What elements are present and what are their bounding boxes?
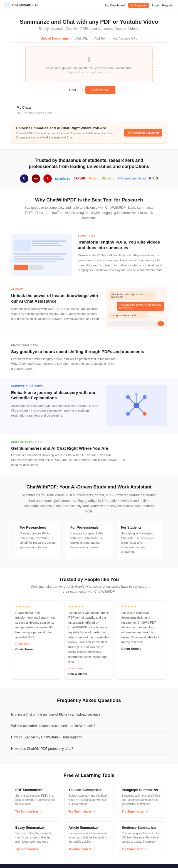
author-2: Eva Williams	[68, 672, 110, 676]
logo[interactable]: 📄 ChatWithPDF AI	[4, 2, 38, 8]
read-more-2[interactable]: Read more...	[68, 666, 110, 670]
testimonials-section: Trusted by People like You Don't just ta…	[0, 568, 178, 689]
tool-paragraph-summarizer: Paragraph Summarizer Struggling with lon…	[118, 784, 167, 817]
user-type-students: For Students Struggling with studying, C…	[116, 521, 163, 559]
students-title: For Students	[121, 526, 158, 529]
tool-1-title: PDF Summarizer	[15, 788, 56, 792]
tool-youtube-summarizer: Youtube Summarizer Quickly summary any Y…	[64, 784, 113, 817]
svg-point-6	[126, 395, 130, 399]
testimonials-subtitle: Don't just take our word for it. Here's …	[28, 584, 150, 594]
testimonial-cards: ★★★★★ ChatWithPDF has transformed how I …	[11, 600, 167, 680]
tool-5-title: Article Summarizer	[68, 826, 109, 830]
tab-add-url[interactable]: Add URL	[72, 35, 91, 42]
feature-summarize-tag: SUMMARIES	[78, 234, 167, 237]
tools-grid: PDF Summarizer Summarize complex PDFs in…	[11, 784, 167, 855]
faq-question-1: Is there a limit on the number of PDFs I…	[11, 713, 100, 716]
hero-title: Summarize and Chat with any PDF or Youtu…	[11, 19, 167, 25]
stars-3: ★★★★★	[121, 604, 163, 608]
trust-logos: U MIT R salesforce DENVER Flipkart Globa…	[11, 175, 167, 183]
tool-4-try[interactable]: Try Summarizer →	[15, 847, 42, 851]
tools-title: Free AI Learning Tools	[11, 773, 167, 778]
feature-chat-image: What is the main topic of this document?…	[106, 288, 167, 329]
feature-summarize-title: Transform lengthy PDFs, YouTube videos a…	[78, 239, 167, 250]
faq-chevron-3: ▷	[165, 736, 167, 739]
download-extension-button[interactable]: 🔽 Download Extension	[124, 129, 162, 136]
feature-summarize-image	[11, 234, 72, 276]
faq-item-1[interactable]: Is there a limit on the number of PDFs I…	[11, 709, 167, 720]
faq-chevron-2: ▷	[165, 724, 167, 727]
nav-login[interactable]: Login / Register	[152, 4, 174, 7]
stars-1: ★★★★★	[15, 604, 57, 608]
feature-sci-desc: Accelerate your research with targeted s…	[11, 403, 100, 418]
why-description: Say goodbye to complexity and hello to e…	[22, 205, 156, 221]
footer: ChatWithPDF AI Chat With and Without PDF…	[0, 864, 178, 868]
researchers-desc: Master complex PDFs effortlessly. ChatWi…	[20, 531, 57, 550]
nav-upgrade[interactable]: ⚡ Premium	[128, 3, 149, 8]
faq-chevron-4: ▷	[165, 747, 167, 750]
trust-title: Trusted by thousands of students, resear…	[22, 157, 156, 170]
upload-actions: Chat Summarize	[11, 86, 167, 94]
why-section: Why ChatWithPDF is the Best Tool for Res…	[0, 188, 178, 230]
tool-5-try[interactable]: Try Summarizer →	[68, 847, 96, 851]
svg-point-9	[126, 412, 130, 416]
svg-point-10	[135, 393, 138, 396]
summarize-button[interactable]: Summarize	[85, 86, 115, 94]
tab-add-youtube[interactable]: Add Youtube URL	[110, 35, 140, 42]
trust-logo-globant: Globant •	[102, 177, 114, 180]
header-nav: My Dashboard ⚡ Premium Login / Register	[105, 3, 174, 8]
faq-question-4: How does ChatWithPDF protect my data?	[11, 747, 73, 751]
researchers-title: For Researchers	[20, 526, 57, 529]
testimonial-3: ★★★★★ I deal with extensive documents da…	[117, 600, 167, 680]
svg-point-5	[134, 403, 139, 408]
feature-sci-tag: SCIENTIFIC INSIGHTS	[11, 385, 100, 388]
tool-6-try[interactable]: Try Summarizer →	[122, 847, 149, 851]
students-desc: Struggling with studying, ChatWithPDF he…	[121, 531, 158, 554]
logo-text: ChatWithPDF AI	[12, 3, 38, 7]
nav-dashboard[interactable]: My Dashboard	[105, 4, 125, 7]
upload-area[interactable]: ⬆ Select or drop your documents. You can…	[25, 46, 153, 82]
hero-section: Summarize and Chat with any PDF or Youtu…	[0, 11, 178, 103]
tool-3-desc: Struggling with long texts? Use our Para…	[122, 794, 163, 806]
faq-item-2[interactable]: Will the uploaded documents be used to t…	[11, 720, 167, 732]
author-3: Ethan Brooks	[121, 647, 163, 650]
tool-sentence-summarizer: Sentence Summarizer Concise long sentenc…	[118, 822, 167, 855]
why-title: Why ChatWithPDF is the Best Tool for Res…	[11, 197, 167, 203]
tool-4-desc: Summarize lengthy essays for your Group …	[15, 831, 56, 844]
feature-chat-desc: Communicate directly with your PDFs, doc…	[11, 307, 100, 321]
my-chats-title: My Chats	[17, 105, 161, 110]
tab-upload-docs[interactable]: Upload Documents	[38, 35, 72, 42]
feature-summarize-text: SUMMARIES Transform lengthy PDFs, YouTub…	[78, 234, 167, 273]
upload-instruction: Select or drop your documents. You can a…	[31, 66, 147, 70]
banner-description: ChatWithPDF Chrome Extension for instant…	[16, 131, 121, 140]
tab-add-text[interactable]: Add Text	[91, 35, 110, 42]
tool-1-try[interactable]: Try Summarizer →	[15, 810, 42, 813]
tool-essay-summarizer: Essay Summarizer Summarize lengthy essay…	[11, 822, 60, 855]
tool-1-desc: Summarize complex PDFs in a click! A pow…	[15, 794, 56, 806]
feature-chat-tag: AI CHAT	[11, 288, 100, 291]
feature-summarize-desc: Drowns in data? Say hello to clarity! Ou…	[78, 253, 167, 273]
banner-title: Unlock Summaries and AI Chat Right Where…	[16, 126, 121, 130]
testimonial-2: ★★★★★ I often work with documents in PDF…	[64, 600, 114, 680]
tool-3-try[interactable]: Try Summarizer →	[122, 810, 149, 813]
tool-2-try[interactable]: Try Summarizer →	[68, 810, 96, 813]
professionals-desc: Navigate complex PDFs with ease. ChatWit…	[70, 531, 108, 550]
tool-article-summarizer: Article Summarizer Summarize entire news…	[64, 822, 113, 855]
read-more-1[interactable]: Read more...	[15, 642, 57, 645]
extension-banner: Unlock Summaries and AI Chat Right Where…	[11, 122, 167, 144]
trust-logo-denver: DENVER	[74, 177, 85, 180]
study-description: Whether it's YouTube videos, PDFs, docum…	[22, 493, 156, 514]
author-1: Olivia Turner	[15, 648, 57, 651]
tool-4-title: Essay Summarizer	[15, 826, 56, 830]
feature-know-data: KNOW YOUR DATA Say goodbye to hours spen…	[0, 337, 178, 378]
feature-chrome-title: Get Summaries and AI Chat Right Where Yo…	[11, 446, 167, 451]
faq-item-3[interactable]: How do I cancel my ChatWithPDF subscript…	[11, 732, 167, 743]
trust-logo-salesforce: salesforce	[55, 177, 70, 180]
faq-question-3: How do I cancel my ChatWithPDF subscript…	[11, 735, 82, 739]
feature-chat-text: AI CHAT Unlock the power of Instant know…	[11, 288, 100, 321]
feature-ai-chat: What is the main topic of this document?…	[0, 283, 178, 337]
svg-point-8	[143, 412, 147, 416]
faq-item-4[interactable]: How does ChatWithPDF protect my data? ▷	[11, 743, 167, 754]
chat-button[interactable]: Chat	[63, 86, 82, 94]
tool-pdf-summarizer: PDF Summarizer Summarize complex PDFs in…	[11, 784, 60, 817]
user-type-cards: For Researchers Master complex PDFs effo…	[11, 521, 167, 559]
